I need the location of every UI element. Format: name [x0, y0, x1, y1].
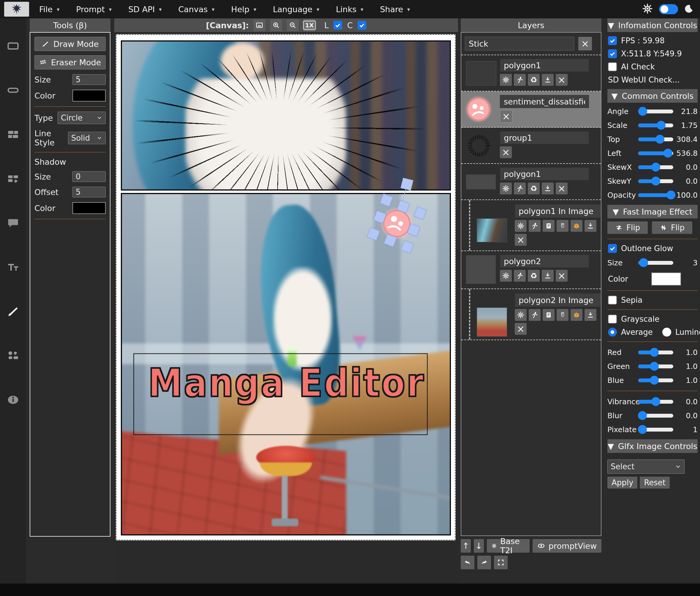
prompt-view-button[interactable]: promptView	[532, 539, 601, 553]
layer-thumbnail[interactable]	[466, 255, 496, 284]
brush-type-select[interactable]: Circle	[57, 111, 106, 124]
grayscale-checkbox[interactable]	[608, 315, 617, 324]
vibrance-slider[interactable]	[638, 400, 673, 404]
layer-name-input[interactable]	[500, 95, 589, 108]
layer-name-input[interactable]	[500, 167, 589, 180]
move-layer-up-button[interactable]: ↑	[461, 539, 471, 553]
package-icon[interactable]	[571, 220, 582, 232]
menu-canvas[interactable]: Canvas▾	[178, 5, 214, 14]
coords-checkbox[interactable]	[608, 49, 617, 58]
delete-icon[interactable]: ×	[556, 74, 568, 86]
crescent-moon-icon[interactable]	[684, 4, 694, 14]
app-logo[interactable]	[4, 2, 29, 17]
settings-icon[interactable]	[500, 74, 512, 86]
flip-horizontal-button[interactable]: Flip	[607, 221, 648, 234]
common-controls-header[interactable]: ▼ Common Controls	[607, 89, 698, 103]
move-layer-down-button[interactable]: ↓	[474, 539, 484, 553]
menu-language[interactable]: Language▾	[273, 5, 319, 14]
layout-panels-icon[interactable]	[6, 128, 20, 141]
layer-thumbnail[interactable]	[466, 175, 496, 189]
blue-slider[interactable]	[638, 378, 673, 382]
info-icon[interactable]	[6, 393, 20, 407]
delete-icon[interactable]: ×	[515, 234, 527, 246]
animate-icon[interactable]	[529, 309, 541, 321]
angle-slider[interactable]	[638, 109, 673, 114]
layer-thumbnail[interactable]	[466, 61, 496, 85]
base-t2i-button[interactable]: Base T2I	[487, 539, 530, 553]
sepia-checkbox[interactable]	[608, 296, 617, 304]
manga-page[interactable]: Manga Editor	[116, 34, 456, 541]
glow-size-slider[interactable]	[638, 261, 673, 265]
red-slider[interactable]	[638, 350, 673, 354]
layer-filter-input[interactable]	[465, 37, 574, 50]
layer-row-group1[interactable]: ×	[461, 128, 601, 164]
package-icon[interactable]	[571, 309, 582, 321]
layer-thumbnail-group[interactable]	[466, 132, 492, 160]
glfx-effect-select[interactable]: Select	[607, 460, 684, 474]
recycle-icon[interactable]: ♻	[528, 74, 540, 86]
flip-vertical-button[interactable]: Flip	[652, 221, 692, 234]
slider-thumb[interactable]	[651, 177, 660, 185]
luminosity-radio[interactable]	[662, 328, 671, 337]
slider-thumb[interactable]	[650, 376, 659, 385]
menu-file[interactable]: File▾	[39, 5, 59, 14]
slider-thumb[interactable]	[655, 135, 665, 144]
delete-icon[interactable]: ×	[556, 182, 568, 194]
blur-slider[interactable]	[638, 414, 673, 418]
zoom-in-icon[interactable]	[270, 19, 282, 31]
layer-row-polygon1-in-image[interactable]: ×	[461, 200, 601, 251]
draw-mode-button[interactable]: Draw Mode	[34, 37, 106, 51]
information-controls-header[interactable]: ▼ Infomation Controls	[607, 18, 698, 32]
recycle-icon[interactable]: ♻	[528, 270, 540, 282]
download-icon[interactable]	[584, 309, 596, 321]
slider-thumb[interactable]	[664, 149, 672, 157]
animate-icon[interactable]	[514, 270, 526, 282]
layer-row-sentiment-dissatisfied[interactable]: ×	[461, 92, 601, 128]
slider-thumb[interactable]	[667, 191, 675, 199]
slider-thumb[interactable]	[657, 121, 666, 130]
menu-share[interactable]: Share▾	[380, 5, 410, 14]
delete-icon[interactable]: ×	[515, 323, 527, 335]
speech-bubble-icon[interactable]	[6, 216, 20, 230]
crop-marks-checkbox[interactable]	[357, 21, 366, 30]
slider-thumb[interactable]	[651, 397, 660, 406]
layer-name-input[interactable]	[500, 255, 589, 268]
layer-row-polygon1[interactable]: ♻ ×	[461, 55, 601, 92]
theme-toggle[interactable]	[659, 4, 678, 14]
settings-icon[interactable]	[500, 182, 512, 194]
skewx-slider[interactable]	[638, 165, 673, 169]
settings-icon[interactable]	[500, 270, 512, 282]
menu-prompt[interactable]: Prompt▾	[76, 5, 111, 14]
canvas-title-text[interactable]: Manga Editor	[126, 360, 448, 405]
average-radio[interactable]	[608, 328, 617, 337]
skewy-slider[interactable]	[638, 179, 673, 183]
apply-button[interactable]: Apply	[607, 477, 638, 489]
rotation-handle[interactable]	[400, 178, 414, 191]
layer-thumbnail-image[interactable]	[477, 307, 507, 337]
line-style-select[interactable]: Solid	[68, 132, 106, 144]
reset-button[interactable]: Reset	[640, 477, 670, 489]
zoom-out-icon[interactable]	[287, 19, 299, 31]
clippy-icon[interactable]	[557, 220, 569, 232]
delete-icon[interactable]: ×	[500, 110, 512, 123]
top-slider[interactable]	[638, 138, 673, 141]
outline-glow-checkbox[interactable]	[608, 244, 617, 253]
layer-thumbnail-image[interactable]	[477, 219, 507, 242]
settings-icon[interactable]	[515, 309, 527, 321]
layer-name-input[interactable]	[515, 293, 601, 307]
menu-sd-api[interactable]: SD API▾	[128, 5, 161, 14]
brush-color-swatch[interactable]	[72, 90, 106, 101]
layer-row-polygon2-in-image[interactable]: ×	[461, 289, 601, 340]
shapes-icon[interactable]	[6, 349, 20, 363]
layout-add-icon[interactable]	[6, 172, 20, 185]
layer-row-polygon1b[interactable]: ♻ ×	[461, 164, 601, 200]
animate-icon[interactable]	[529, 220, 541, 232]
left-slider[interactable]	[638, 151, 673, 155]
download-icon[interactable]	[584, 220, 596, 232]
clippy-icon[interactable]	[557, 309, 569, 321]
document-icon[interactable]	[543, 309, 554, 321]
recycle-icon[interactable]: ♻	[528, 182, 540, 194]
glfx-image-controls-header[interactable]: ▼ Glfx Image Controls	[607, 439, 698, 453]
menu-help[interactable]: Help▾	[231, 5, 256, 14]
shadow-offset-input[interactable]	[72, 187, 106, 197]
